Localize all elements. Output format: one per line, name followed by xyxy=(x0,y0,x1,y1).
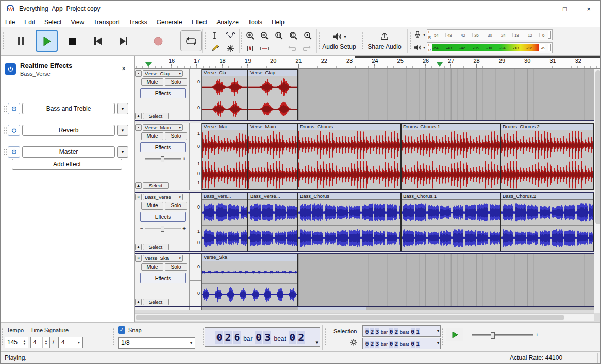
play-button[interactable] xyxy=(36,30,58,52)
audio-clip[interactable]: Verse_Ska xyxy=(202,254,298,306)
record-button[interactable] xyxy=(147,30,169,52)
audio-clip[interactable]: Verse_Cla... xyxy=(202,69,248,120)
audio-clip[interactable]: Verse_Mai... xyxy=(202,123,248,190)
effects-button[interactable]: Effects xyxy=(140,273,186,283)
skip-to-start-button[interactable] xyxy=(87,30,109,52)
playback-meter[interactable]: LR-54-48-42-36-30-24-18-12-6 xyxy=(427,42,553,53)
clip-title[interactable]: Verse_Mai... xyxy=(202,124,247,130)
gain-slider-thumb[interactable] xyxy=(161,156,164,162)
selection-start-display[interactable]: 023bar02beat01 ▾ xyxy=(362,325,441,337)
audio-clip[interactable]: Verse_Clap... xyxy=(248,69,298,120)
timeline-ruler[interactable]: 1617181920212223242526272829303132 xyxy=(135,56,601,69)
select-button[interactable]: Select xyxy=(143,113,169,119)
drag-handle-icon[interactable] xyxy=(3,127,7,134)
clip-title[interactable]: Verse_Main_... xyxy=(248,124,297,130)
track-name-button[interactable]: Verse_Ska▾ xyxy=(143,255,183,262)
zoom-selection-button[interactable] xyxy=(272,29,286,41)
track-row-bass_verse[interactable]: ×Bass_Verse▾MuteSoloEffects−+▲Select010B… xyxy=(135,193,594,251)
chevron-down-icon[interactable]: ▾ xyxy=(437,328,439,333)
time-signature-lower-select[interactable]: 4 ▾ xyxy=(58,337,83,348)
track-waveform-area[interactable]: Verse_Ska xyxy=(202,254,594,306)
undo-button[interactable] xyxy=(285,42,299,54)
track-close-button[interactable]: × xyxy=(135,124,142,131)
selection-settings-button[interactable] xyxy=(349,338,358,346)
effect-options-button[interactable]: ▾ xyxy=(117,125,128,136)
time-format-dropdown-icon[interactable]: ▾ xyxy=(315,340,318,345)
audio-clip[interactable]: Bass_Chorus.2 xyxy=(500,193,594,251)
track-waveform-area[interactable]: Bass_Vers...Bass_Verse...Bass_ChorusBass… xyxy=(202,193,594,251)
audio-clip[interactable]: Verse_Main_... xyxy=(248,123,298,190)
clip-title[interactable]: Bass_Chorus.2 xyxy=(501,193,593,200)
collapse-button[interactable]: ▲ xyxy=(135,113,142,119)
audio-clip[interactable]: Drums_Chorus xyxy=(298,123,401,190)
track-close-button[interactable]: × xyxy=(135,194,142,200)
draw-tool-button[interactable] xyxy=(208,42,222,54)
chevron-down-icon[interactable]: ▾ xyxy=(437,341,439,345)
vertical-scrollbar-thumb[interactable] xyxy=(595,70,601,224)
audio-clip[interactable]: Bass_Verse... xyxy=(248,193,298,251)
effect-options-button[interactable]: ▾ xyxy=(117,103,128,114)
add-effect-button[interactable]: Add effect xyxy=(12,159,122,170)
audio-clip[interactable]: Drums_Chorus.2 xyxy=(500,123,594,190)
menu-tracks[interactable]: Tracks xyxy=(124,17,152,27)
menu-file[interactable]: File xyxy=(1,17,20,27)
pause-button[interactable] xyxy=(10,30,32,52)
collapse-button[interactable]: ▲ xyxy=(135,299,142,305)
drag-handle-icon[interactable] xyxy=(3,148,7,156)
audio-clip[interactable]: Bass_Vers... xyxy=(202,193,248,251)
envelope-tool-button[interactable] xyxy=(223,29,238,41)
solo-button[interactable]: Solo xyxy=(165,78,187,86)
audio-clip[interactable] xyxy=(298,307,366,310)
effect-name-button[interactable]: Bass and Treble xyxy=(22,103,115,114)
time-signature-spinner[interactable]: ▲▼ xyxy=(42,337,49,348)
drag-handle-icon[interactable] xyxy=(113,328,115,346)
menu-edit[interactable]: Edit xyxy=(20,17,40,27)
speed-slider-thumb[interactable] xyxy=(491,332,495,339)
clip-title[interactable]: Verse_Cla... xyxy=(202,70,247,76)
mute-button[interactable]: Mute xyxy=(141,263,163,271)
clip-title[interactable]: Drums_Chorus.1 xyxy=(402,124,500,130)
solo-button[interactable]: Solo xyxy=(165,263,187,271)
effect-power-toggle[interactable] xyxy=(8,103,20,114)
clip-title[interactable]: Bass_Chorus xyxy=(298,193,400,200)
solo-button[interactable]: Solo xyxy=(165,202,187,210)
effects-button[interactable]: Effects xyxy=(140,212,186,222)
audio-clip[interactable]: Bass_Chorus.1 xyxy=(401,193,500,251)
redo-button[interactable] xyxy=(299,42,313,54)
play-region-start-marker-icon[interactable] xyxy=(145,62,152,67)
audio-clip[interactable]: Bass_Chorus xyxy=(298,193,401,251)
mute-button[interactable]: Mute xyxy=(141,202,163,210)
tempo-input[interactable]: 145 ▲▼ xyxy=(5,337,28,348)
multi-tool-button[interactable] xyxy=(223,42,238,54)
track-name-button[interactable]: Verse_Clap▾ xyxy=(143,70,183,77)
stop-button[interactable] xyxy=(61,30,84,52)
skip-to-end-button[interactable] xyxy=(112,30,135,52)
time-display[interactable]: 026bar03beat02 ▾ xyxy=(205,327,320,347)
selection-end-display[interactable]: 023bar02beat01 ▾ xyxy=(362,338,441,349)
mute-button[interactable]: Mute xyxy=(141,132,163,140)
snap-select[interactable]: 1/8 ▾ xyxy=(118,337,195,349)
zoom-toggle-button[interactable] xyxy=(300,29,314,41)
vertical-scrollbar[interactable] xyxy=(594,69,601,313)
menu-select[interactable]: Select xyxy=(40,17,66,27)
gain-slider[interactable]: −+ xyxy=(140,156,186,162)
snap-checkbox[interactable]: ✓ xyxy=(118,326,125,334)
gain-slider[interactable]: −+ xyxy=(140,226,186,231)
track-name-button[interactable]: Verse_Main▾ xyxy=(143,124,183,131)
effects-button[interactable]: Effects xyxy=(140,88,186,98)
gain-slider-thumb[interactable] xyxy=(161,226,164,232)
track-waveform-area[interactable]: Verse_Cla...Verse_Clap... xyxy=(202,69,594,120)
clip-title[interactable]: Bass_Vers... xyxy=(202,193,247,200)
horizontal-scrollbar[interactable] xyxy=(135,313,594,321)
track-row-verse_clap[interactable]: ×Verse_Clap▾MuteSoloEffects▲Select00Vers… xyxy=(135,69,594,120)
play-at-speed-button[interactable] xyxy=(446,328,463,341)
close-effects-panel-button[interactable]: × xyxy=(119,64,128,73)
solo-button[interactable]: Solo xyxy=(165,132,187,140)
share-audio-button[interactable]: Share Audio xyxy=(361,28,408,54)
time-signature-upper-input[interactable]: 4 ▲▼ xyxy=(30,337,50,348)
clip-title[interactable]: Bass_Verse... xyxy=(248,193,297,200)
effects-power-icon[interactable] xyxy=(5,63,16,75)
zoom-in-button[interactable] xyxy=(243,29,257,41)
minimize-button[interactable]: − xyxy=(529,1,553,17)
track-waveform-area[interactable]: Verse_Mai...Verse_Main_...Drums_ChorusDr… xyxy=(202,123,594,190)
